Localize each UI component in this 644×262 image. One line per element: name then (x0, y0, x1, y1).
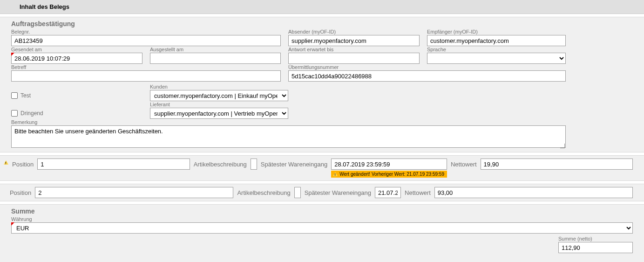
uebermittlung-input[interactable] (288, 70, 566, 82)
betreff-input[interactable] (11, 70, 281, 82)
label-sprache: Sprache (427, 46, 566, 53)
label-gesendet: Gesendet am (11, 46, 142, 53)
sprache-select[interactable] (427, 53, 566, 64)
line-item: Position Artikelbeschreibung Spätester W… (0, 184, 644, 201)
page-title: Inhalt des Belegs (0, 0, 644, 14)
belegnr-input[interactable] (11, 35, 281, 46)
page-title-text: Inhalt des Belegs (20, 3, 69, 10)
label-waehrung: Währung (11, 216, 633, 222)
label-nettowert: Nettowert (405, 187, 431, 198)
marked-corner (11, 53, 142, 64)
label-dringend: Dringend (20, 110, 43, 117)
label-wareneingang: Spätester Wareneingang (305, 187, 371, 198)
nettowert-input[interactable] (434, 187, 633, 198)
label-absender: Absender (myOF-ID) (288, 28, 420, 35)
warning-icon (333, 172, 338, 176)
dringend-checkbox[interactable] (11, 110, 18, 117)
warning-icon (4, 160, 8, 165)
label-lieferant: Lieferant (150, 101, 288, 108)
test-checkbox[interactable] (11, 92, 18, 99)
label-kunden: Kunden (150, 83, 288, 90)
position-input[interactable] (37, 159, 190, 170)
confirmation-heading: Auftragsbestätigung (11, 19, 633, 28)
empfaenger-input[interactable] (427, 35, 566, 46)
nettowert-input[interactable] (481, 159, 633, 170)
label-wareneingang: Spätester Wareneingang (261, 159, 327, 170)
lieferant-select[interactable]: supplier.myopenfactory.com | Vertrieb my… (150, 108, 288, 119)
label-summe-netto: Summe (netto) (558, 235, 633, 242)
label-artikelbeschreibung: Artikelbeschreibung (194, 159, 247, 170)
artikelbeschreibung-input[interactable] (294, 187, 301, 198)
waehrung-select[interactable]: EUR (11, 222, 633, 234)
label-empfaenger: Empfänger (myOF-ID) (427, 28, 566, 35)
label-test: Test (20, 92, 31, 99)
wareneingang-input[interactable] (375, 187, 401, 198)
label-antwort: Antwort erwartet bis (288, 46, 420, 53)
confirmation-section: Auftragsbestätigung Belegnr. Absender (m… (0, 17, 644, 152)
gesendet-input[interactable] (11, 53, 142, 64)
wareneingang-input[interactable] (331, 159, 447, 170)
label-position: Position (10, 187, 31, 198)
summe-section: Summe Währung EUR Summe (netto) (0, 204, 644, 262)
antwort-input[interactable] (288, 53, 420, 64)
kunden-select[interactable]: customer.myopenfactory.com | Einkauf myO… (150, 90, 288, 101)
label-belegnr: Belegnr. (11, 28, 281, 35)
warning-text: Wert geändert! Vorheriger Wert: 21.07.19… (339, 172, 444, 177)
absender-input[interactable] (288, 35, 420, 46)
summe-heading: Summe (11, 207, 633, 216)
warning-badge: Wert geändert! Vorheriger Wert: 21.07.19… (331, 171, 447, 178)
bemerkung-textarea[interactable] (11, 125, 566, 148)
artikelbeschreibung-input[interactable] (251, 159, 257, 170)
label-ausgestellt: Ausgestellt am (150, 46, 281, 53)
ausgestellt-input[interactable] (150, 53, 281, 64)
marked-corner: EUR (11, 222, 633, 234)
label-betreff: Betreff (11, 64, 281, 70)
summe-netto-input[interactable] (558, 242, 633, 253)
label-artikelbeschreibung: Artikelbeschreibung (237, 187, 290, 198)
label-bemerkung: Bemerkung (11, 119, 566, 125)
line-item: Position Artikelbeschreibung Spätester W… (0, 155, 644, 181)
position-input[interactable] (35, 187, 233, 198)
label-uebermittlung: Übermittlungsnummer (288, 64, 566, 70)
label-nettowert: Nettowert (451, 159, 477, 170)
label-position: Position (12, 159, 34, 170)
